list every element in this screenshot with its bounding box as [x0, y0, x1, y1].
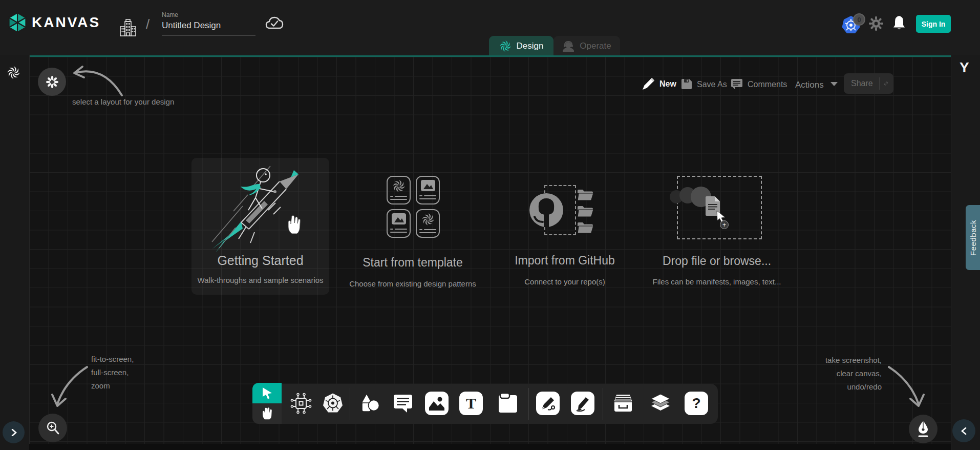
pen-tools-button[interactable] — [909, 415, 938, 443]
chevron-right-icon — [10, 429, 17, 436]
question-mark-glyph: ? — [692, 396, 700, 411]
new-button[interactable]: New — [659, 79, 676, 89]
settings-gear-icon[interactable] — [869, 16, 883, 31]
mode-tabs: Design Operate — [489, 36, 620, 56]
layers-tool-button[interactable] — [649, 392, 672, 415]
drawer-tool-button[interactable] — [611, 392, 635, 415]
kanvas-logo-icon[interactable] — [7, 12, 28, 33]
actions-caret-icon[interactable] — [830, 82, 838, 86]
toolbar-divider — [603, 388, 603, 420]
share-button[interactable]: Share — [844, 73, 893, 94]
pen-tool-button[interactable] — [536, 392, 560, 415]
card-title: Drop file or browse... — [640, 254, 794, 268]
kanvas-app: KANVAS / Name Untitled Design — [0, 0, 980, 450]
card-title: Getting Started — [191, 253, 329, 268]
zoom-hint-text: fit-to-screen, full-screen, zoom — [91, 353, 134, 393]
organization-icon[interactable] — [119, 18, 137, 38]
comments-button[interactable]: Comments — [748, 80, 787, 89]
autosave-cloud-check-icon — [265, 15, 284, 31]
repo-folder-icon — [577, 221, 594, 234]
zoom-hint-arrow — [51, 363, 91, 413]
card-subtitle: Walk-throughs and sample scenarios — [191, 276, 329, 284]
kubernetes-count-badge[interactable]: 0 — [853, 13, 865, 26]
zoom-button[interactable] — [38, 414, 67, 442]
getting-started-card[interactable]: Getting Started Walk-throughs and sample… — [191, 158, 329, 295]
component-circuit-icon — [290, 392, 312, 415]
canvas-tools-hint-text: take screenshot, clear canvas, undo/redo — [779, 354, 882, 394]
kubernetes-tool-button[interactable] — [321, 392, 345, 415]
operate-headset-icon — [562, 40, 574, 52]
chevron-left-icon — [961, 427, 968, 435]
breadcrumb: / — [146, 16, 150, 32]
repo-folder-icon — [577, 188, 594, 201]
feedback-tab[interactable]: Feedback — [966, 205, 980, 270]
expand-left-panel-button[interactable] — [3, 421, 25, 443]
design-name-input[interactable]: Untitled Design — [162, 21, 255, 31]
share-label: Share — [851, 79, 873, 88]
magnifier-plus-icon — [46, 421, 60, 435]
layout-flower-icon — [46, 75, 59, 89]
notifications-bell-icon[interactable] — [892, 15, 906, 31]
actions-menu-button[interactable]: Actions — [795, 80, 824, 90]
card-subtitle: Choose from existing design patterns — [336, 279, 489, 288]
help-tool-button[interactable]: ? — [685, 392, 708, 415]
collapse-right-panel-button[interactable] — [952, 419, 975, 442]
layout-selector-button[interactable] — [38, 68, 66, 96]
toolbar-divider — [528, 388, 529, 420]
shapes-icon — [358, 392, 381, 415]
hand-pan-icon — [261, 407, 273, 420]
left-rail — [0, 55, 30, 450]
note-tool-button[interactable] — [496, 392, 520, 415]
image-tool-button[interactable] — [425, 392, 449, 415]
tools-hint-arrow — [885, 363, 925, 413]
pencil-tool-button[interactable] — [571, 392, 594, 415]
template-thumb — [416, 176, 440, 204]
image-icon — [429, 395, 445, 412]
rocket-rider-illustration — [203, 161, 318, 252]
meshery-spiral-icon[interactable] — [7, 66, 20, 79]
note-icon — [497, 392, 519, 415]
cursor-tool-button[interactable] — [252, 383, 282, 403]
bottom-strip — [29, 444, 951, 450]
cursor-arrow-icon — [261, 387, 273, 399]
comments-icon[interactable] — [730, 78, 743, 91]
bezier-pen-icon — [540, 395, 556, 412]
card-subtitle: Files can be manifests, images, text... — [640, 277, 794, 286]
template-spiral-icon — [421, 213, 435, 226]
save-as-button[interactable]: Save As — [697, 80, 727, 89]
pen-nib-icon — [915, 420, 931, 438]
design-name-field: Name Untitled Design — [162, 11, 255, 35]
plus-badge-icon: + — [720, 220, 729, 229]
new-pencil-icon[interactable] — [642, 76, 656, 91]
comment-bubble-icon — [392, 392, 414, 415]
drawer-archive-icon — [612, 392, 634, 415]
card-title: Import from GitHub — [488, 254, 642, 268]
hand-pointer-cursor — [285, 214, 303, 235]
template-thumb — [387, 209, 411, 238]
repo-folder-icon — [577, 204, 594, 217]
tab-operate[interactable]: Operate — [553, 36, 620, 56]
template-image-icon — [420, 179, 436, 192]
github-octocat-icon — [528, 192, 564, 228]
save-as-icon[interactable] — [680, 78, 693, 90]
comment-tool-button[interactable] — [391, 392, 415, 415]
side-logo[interactable]: Y — [960, 59, 969, 76]
template-image-icon — [391, 213, 407, 225]
template-thumb — [416, 209, 440, 238]
pan-tool-button[interactable] — [252, 403, 282, 424]
layers-icon — [649, 392, 672, 415]
text-T-glyph: T — [466, 396, 476, 411]
design-name-underline — [162, 35, 255, 35]
text-tool-button[interactable]: T — [459, 392, 483, 415]
template-thumb — [387, 176, 411, 204]
component-tool-button[interactable] — [289, 392, 313, 415]
tab-design[interactable]: Design — [489, 36, 553, 56]
kubernetes-wheel-icon — [322, 392, 344, 415]
layout-hint-arrow — [68, 60, 124, 99]
design-name-label: Name — [162, 11, 255, 18]
shapes-tool-button[interactable] — [358, 392, 381, 415]
layout-hint-text: select a layout for your design — [72, 95, 174, 109]
card-title: Start from template — [336, 256, 489, 270]
sign-in-button[interactable]: Sign In — [916, 15, 951, 33]
pencil-draw-icon — [574, 395, 591, 412]
